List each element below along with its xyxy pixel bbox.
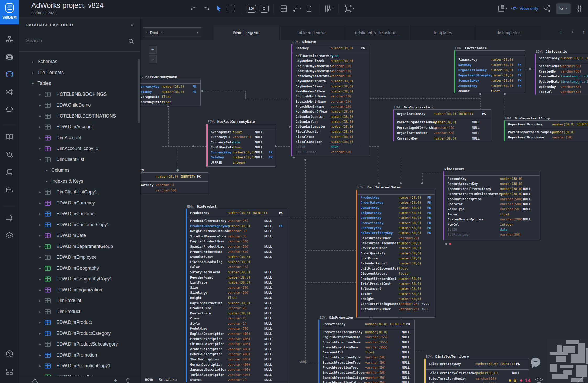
zoom-100-button[interactable]: 100 bbox=[247, 4, 256, 13]
fit-screen-button[interactable] bbox=[260, 4, 269, 13]
transfer-icon[interactable] bbox=[6, 215, 13, 221]
sidebar-item-edw-dimproductcategory[interactable]: ▸EDW.DimProductCategory bbox=[19, 328, 140, 339]
sidebar-item-dimaccount[interactable]: ▸DimAccount bbox=[19, 132, 140, 143]
column-display-button[interactable]: ▾ bbox=[324, 4, 334, 13]
connector-style-button[interactable]: ▾ bbox=[292, 4, 301, 13]
export-button[interactable]: ▾ bbox=[498, 4, 507, 13]
undo-button[interactable] bbox=[189, 4, 198, 13]
docs-icon[interactable] bbox=[6, 134, 13, 140]
workspace-icon[interactable] bbox=[6, 169, 13, 176]
sidebar-item-edw-dimcustomercopy1[interactable]: ▸EDW.DimCustomerCopy1 bbox=[19, 219, 140, 230]
notes-button[interactable] bbox=[304, 4, 313, 13]
diagram-table-NewFactCurrencyRate[interactable]: AverageRatefloatNULLCurrencyIDvarchar(3)… bbox=[206, 124, 275, 167]
caret-right-icon[interactable]: ▸ bbox=[39, 277, 41, 281]
caret-right-icon[interactable]: ▸ bbox=[39, 223, 41, 227]
share-icon[interactable] bbox=[543, 4, 552, 13]
caret-down-icon[interactable]: ▾ bbox=[32, 81, 34, 85]
diagram-table-FactCurrencyRate[interactable]: CurrencyKeynumber(38,0)FKDateKeynumber(3… bbox=[141, 79, 201, 106]
collapse-panel-button[interactable]: « bbox=[131, 22, 134, 28]
caret-right-icon[interactable]: ▸ bbox=[39, 288, 41, 292]
app-logo[interactable]: SqlDBM bbox=[0, 0, 19, 24]
settings-sliders-icon[interactable] bbox=[575, 4, 584, 13]
diagram-table-DimDate[interactable]: DateKeynumber(38,0)PKFullDateAlternateKe… bbox=[291, 44, 369, 156]
sidebar-item-edw-dimgeography[interactable]: ▸EDW.DimGeography bbox=[19, 263, 140, 274]
prev-tab-button[interactable]: ‹ bbox=[571, 29, 573, 36]
apps-grid-icon[interactable] bbox=[6, 368, 13, 376]
tab-dv-templates[interactable]: dv templates bbox=[476, 25, 541, 40]
sidebar-item-file-formats[interactable]: ▸File Formats bbox=[19, 67, 140, 78]
caret-right-icon[interactable]: ▸ bbox=[39, 92, 41, 96]
zoom-out-button[interactable]: − bbox=[149, 55, 157, 63]
diagram-table-DimCurrency[interactable]: CurrencyKeynumber(38,0) IDENTITYPKCurren… bbox=[141, 172, 208, 193]
explorer-scrollbar[interactable] bbox=[138, 59, 140, 123]
caret-right-icon[interactable]: ▸ bbox=[39, 114, 41, 118]
search-input[interactable] bbox=[26, 37, 120, 44]
shuffle-icon[interactable] bbox=[6, 88, 13, 95]
version-branch-icon[interactable] bbox=[6, 151, 13, 158]
caret-down-icon[interactable]: ▾ bbox=[39, 158, 41, 162]
sidebar-item-edw-dimpromotioncopy1[interactable]: ▸EDW.DimPromotionCopy1 bbox=[19, 360, 140, 371]
sidebar-item-schemas[interactable]: ▸Schemas bbox=[19, 56, 140, 67]
warning-icon[interactable] bbox=[31, 378, 38, 383]
layers-icon[interactable] bbox=[5, 232, 14, 239]
sidebar-item-hotelbnb-bookings[interactable]: ▸HOTELBNB.BOOKINGS bbox=[19, 89, 140, 100]
sidebar-item-edw-dimemployee[interactable]: ▸EDW.DimEmployee bbox=[19, 252, 140, 263]
caret-right-icon[interactable]: ▸ bbox=[39, 310, 41, 314]
diagram-table-DimDepartmentGroup[interactable]: DepartmentGroupKeynumber(38,0) IDENTITYP… bbox=[504, 120, 588, 141]
account-menu[interactable]: te▾ bbox=[556, 3, 571, 14]
caret-right-icon[interactable]: ▸ bbox=[39, 147, 41, 151]
redo-button[interactable] bbox=[202, 4, 211, 13]
zoom-in-button[interactable]: + bbox=[149, 46, 157, 54]
diagram-table-FactFinance[interactable]: FinanceKeynumber(38,0)DateKeynumber(38,0… bbox=[454, 50, 525, 93]
sidebar-item-edw-dimdepartmentgroup[interactable]: ▸EDW.DimDepartmentGroup bbox=[19, 241, 140, 252]
marquee-select-button[interactable] bbox=[227, 4, 236, 13]
root-select[interactable]: -- Root --▾ bbox=[143, 27, 202, 37]
sidebar-item-edw-dimorganization[interactable]: ▸EDW.DimOrganization bbox=[19, 285, 140, 296]
caret-right-icon[interactable]: ▸ bbox=[32, 71, 34, 75]
caret-right-icon[interactable]: ▸ bbox=[39, 299, 41, 303]
diagram-table-DimPromotion[interactable]: PromotionKeynumber(38,0) IDENTITYPKPromo… bbox=[318, 320, 415, 383]
sidebar-item-edw-dimcustomer[interactable]: ▸EDW.DimCustomer bbox=[19, 208, 140, 219]
view-only-indicator[interactable]: View only bbox=[511, 6, 538, 11]
tab-table-and-views[interactable]: table and views bbox=[279, 25, 345, 40]
help-icon[interactable] bbox=[5, 349, 14, 358]
caret-right-icon[interactable]: ▸ bbox=[39, 136, 41, 140]
diagram-table-DimScenario[interactable]: ScenarioKeynumber(38,0) IDENTITYScenario… bbox=[535, 54, 588, 95]
diagram-table-DimOrganization[interactable]: OrganizationKeynumber(38,0) IDENTITYPKPa… bbox=[393, 109, 491, 141]
sidebar-item-indexes-keys[interactable]: ▸Indexes & Keys bbox=[19, 176, 140, 187]
tab-main-diagram[interactable]: Main Diagram bbox=[214, 25, 279, 40]
comment-bubble-icon[interactable] bbox=[531, 358, 540, 367]
sidebar-item-dimclienthistcopy1[interactable]: ▸DimClientHistCopy1 bbox=[19, 187, 140, 198]
diagram-table-DimProduct[interactable]: ProductKeynumber(38,0) IDENTITYPKProduct… bbox=[186, 209, 288, 382]
tab-templates[interactable]: templates bbox=[410, 25, 476, 40]
diagram-tree-icon[interactable] bbox=[6, 35, 13, 43]
diagram-table-FactInternetSales[interactable]: ProductKeynumber(38,0)FKOrderDateKeynumb… bbox=[356, 190, 435, 318]
frame-select-button[interactable]: ▾ bbox=[344, 4, 354, 13]
sidebar-item-edw-dimproductsubcategory[interactable]: ▸EDW.DimProductSubcategory bbox=[19, 339, 140, 350]
caret-right-icon[interactable]: ▸ bbox=[39, 212, 41, 216]
sidebar-item-dimclienthist[interactable]: ▾DimClientHist bbox=[19, 154, 140, 165]
caret-right-icon[interactable]: ▸ bbox=[46, 168, 48, 172]
sidebar-item-tables[interactable]: ▾Tables bbox=[19, 78, 140, 89]
caret-right-icon[interactable]: ▸ bbox=[39, 331, 41, 335]
caret-right-icon[interactable]: ▸ bbox=[39, 125, 41, 129]
sidebar-item-hotelbnb-destinations[interactable]: ▸HOTELBNB.DESTINATIONS bbox=[19, 111, 140, 122]
next-tab-button[interactable]: › bbox=[582, 29, 584, 36]
caret-right-icon[interactable]: ▸ bbox=[39, 234, 41, 237]
minimap[interactable] bbox=[547, 339, 588, 383]
database-icon[interactable] bbox=[5, 71, 14, 79]
grid-view-button[interactable] bbox=[279, 4, 288, 13]
caret-right-icon[interactable]: ▸ bbox=[39, 190, 41, 194]
caret-right-icon[interactable]: ▸ bbox=[32, 60, 34, 64]
caret-right-icon[interactable]: ▸ bbox=[39, 266, 41, 270]
tab-relational-v-transform-[interactable]: relational_v_transform... bbox=[345, 25, 410, 40]
caret-right-icon[interactable]: ▸ bbox=[39, 353, 41, 357]
cursor-tool-button[interactable] bbox=[214, 4, 223, 13]
diagram-canvas[interactable]: + − EDW. FactCurrencyRateCurrencyKeynumb… bbox=[141, 40, 588, 383]
add-table-button[interactable]: + bbox=[114, 377, 117, 383]
caret-right-icon[interactable]: ▸ bbox=[39, 201, 41, 205]
caret-right-icon[interactable]: ▸ bbox=[39, 103, 41, 107]
sidebar-item-edw-dimproduct[interactable]: ▸EDW.DimProduct bbox=[19, 317, 140, 328]
sidebar-item-edw-dimgeographycopy1[interactable]: ▸EDW.DimGeographyCopy1 bbox=[19, 274, 140, 285]
caret-right-icon[interactable]: ▸ bbox=[39, 320, 41, 324]
